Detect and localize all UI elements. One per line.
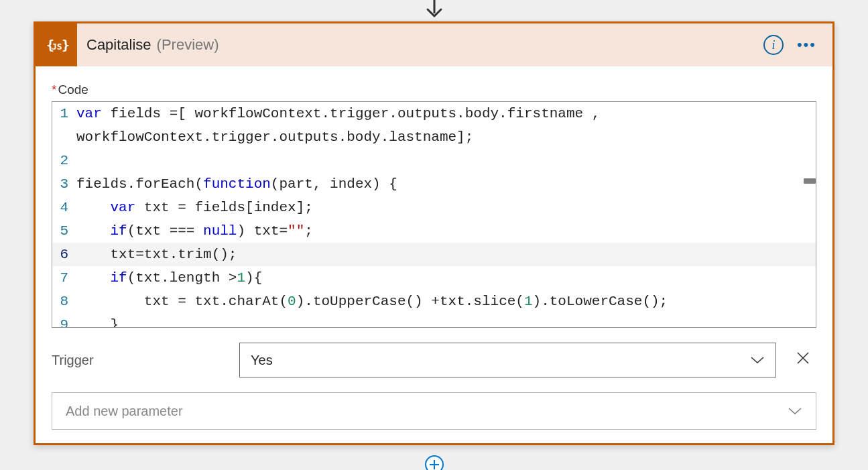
code-text: var txt = fields[index]; [76,196,816,219]
code-text: txt=txt.trim(); [76,243,816,266]
add-parameter-dropdown[interactable]: Add new parameter [52,392,816,430]
code-text: } [76,313,816,327]
card-body: *Code 1var fields =[ workflowContext.tri… [36,66,832,443]
code-text: if(txt.length >1){ [76,266,816,290]
code-line[interactable]: 4 var txt = fields[index]; [52,196,816,219]
line-number: 7 [52,266,76,290]
line-number: 3 [52,172,76,196]
code-text: if(txt === null) txt=""; [76,219,816,243]
code-field-label: *Code [52,82,816,97]
line-number: 8 [52,290,76,313]
code-editor[interactable]: 1var fields =[ workflowContext.trigger.o… [52,101,816,328]
add-parameter-placeholder: Add new parameter [66,404,183,419]
code-line[interactable]: 3fields.forEach(function(part, index) { [52,172,816,196]
code-line[interactable]: 1var fields =[ workflowContext.trigger.o… [52,102,816,125]
line-number [52,125,76,149]
code-line[interactable]: 6 txt=txt.trim(); [52,243,816,266]
card-subtitle: (Preview) [157,36,219,54]
code-line[interactable]: 9 } [52,313,816,327]
ellipsis-menu-icon[interactable]: ••• [797,36,816,54]
chevron-down-icon [750,353,765,368]
line-number: 4 [52,196,76,219]
svg-text:}: } [62,37,70,53]
code-line[interactable]: 7 if(txt.length >1){ [52,266,816,290]
info-icon[interactable]: i [763,35,784,55]
chevron-down-icon [788,404,802,419]
flow-add-step-button[interactable] [425,455,444,470]
card-title: Capitalise [86,36,151,54]
editor-scrollbar-thumb[interactable] [804,178,816,184]
svg-text:JS: JS [52,42,62,52]
line-number: 5 [52,219,76,243]
code-text [76,149,816,172]
trigger-dropdown[interactable]: Yes [239,343,776,377]
code-text: var fields =[ workflowContext.trigger.ou… [76,102,816,125]
trigger-label: Trigger [52,353,226,368]
line-number: 1 [52,102,76,125]
line-number: 9 [52,313,76,327]
code-text: txt = txt.charAt(0).toUpperCase() +txt.s… [76,290,816,313]
code-text: fields.forEach(function(part, index) { [76,172,816,196]
flow-arrow-down-icon [422,0,446,24]
code-line[interactable]: 5 if(txt === null) txt=""; [52,219,816,243]
code-line[interactable]: 8 txt = txt.charAt(0).toUpperCase() +txt… [52,290,816,313]
inline-code-js-icon: { JS } [36,23,77,66]
remove-parameter-button[interactable] [790,350,816,371]
code-text: workflowContext.trigger.outputs.body.las… [76,125,816,149]
code-line[interactable]: 2 [52,149,816,172]
action-card-capitalise: { JS } Capitalise (Preview) i ••• *Code … [34,21,834,445]
line-number: 2 [52,149,76,172]
code-line[interactable]: workflowContext.trigger.outputs.body.las… [52,125,816,149]
line-number: 6 [52,243,76,266]
card-header[interactable]: { JS } Capitalise (Preview) i ••• [36,23,832,66]
trigger-value: Yes [251,353,273,368]
